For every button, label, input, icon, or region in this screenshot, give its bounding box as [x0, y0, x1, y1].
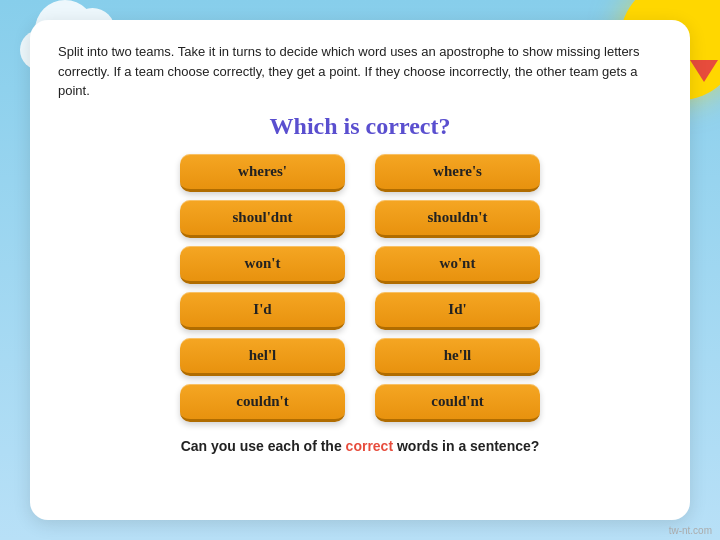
word-button-hell-right[interactable]: he'll: [375, 338, 540, 376]
word-button-id-right[interactable]: I'd: [180, 292, 345, 330]
word-button-wheres-right[interactable]: where's: [375, 154, 540, 192]
word-button-id-wrong[interactable]: Id': [375, 292, 540, 330]
instruction-text: Split into two teams. Take it in turns t…: [58, 42, 662, 101]
flag-5: [690, 60, 718, 82]
bottom-suffix: words in a sentence?: [393, 438, 539, 454]
word-button-wont-right[interactable]: won't: [180, 246, 345, 284]
main-card: Split into two teams. Take it in turns t…: [30, 20, 690, 520]
word-button-couldnt-right[interactable]: couldn't: [180, 384, 345, 422]
word-button-wont-wrong[interactable]: wo'nt: [375, 246, 540, 284]
word-button-couldnt-wrong[interactable]: could'nt: [375, 384, 540, 422]
word-button-shouldnt-right[interactable]: shouldn't: [375, 200, 540, 238]
watermark: tw-nt.com: [669, 525, 712, 536]
bottom-highlight: correct: [346, 438, 393, 454]
word-grid: wheres'where'sshoul'dntshouldn'twon'two'…: [180, 154, 540, 422]
word-button-hell-wrong[interactable]: hel'l: [180, 338, 345, 376]
bottom-text: Can you use each of the correct words in…: [58, 438, 662, 454]
bottom-prefix: Can you use each of the: [181, 438, 346, 454]
question-title: Which is correct?: [58, 113, 662, 140]
word-button-wheres-wrong[interactable]: wheres': [180, 154, 345, 192]
word-button-shouldnt-wrong[interactable]: shoul'dnt: [180, 200, 345, 238]
